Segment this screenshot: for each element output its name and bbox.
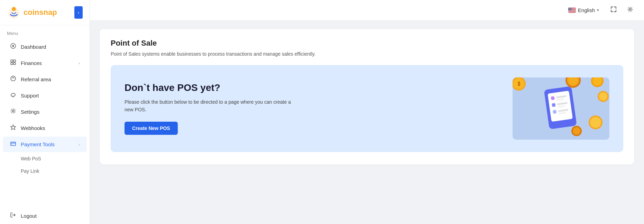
sidebar-item-webhooks[interactable]: Webhooks xyxy=(3,120,87,136)
sidebar-item-dashboard-label: Dashboard xyxy=(21,44,46,50)
finances-chevron-icon: › xyxy=(79,61,80,66)
svg-rect-45 xyxy=(552,103,555,107)
sidebar-item-logout[interactable]: Logout xyxy=(3,208,87,224)
svg-rect-48 xyxy=(553,110,556,114)
svg-point-10 xyxy=(12,144,12,145)
menu-label: Menu xyxy=(0,25,90,39)
payment-tools-icon xyxy=(10,140,17,148)
pos-banner-title: Don`t have POS yet? xyxy=(125,82,297,93)
sidebar-item-settings[interactable]: Settings xyxy=(3,104,87,120)
svg-point-34 xyxy=(569,9,569,10)
sidebar-item-finances-label: Finances xyxy=(21,60,42,66)
pos-banner: Don`t have POS yet? Please click the but… xyxy=(111,65,623,152)
pos-banner-description: Please click the button below to be dire… xyxy=(125,98,297,114)
svg-point-29 xyxy=(569,9,569,9)
sidebar-item-support-label: Support xyxy=(21,93,39,99)
sidebar-item-logout-label: Logout xyxy=(21,213,37,219)
svg-point-62 xyxy=(590,117,601,128)
page-title: Point of Sale xyxy=(111,39,623,48)
svg-point-38 xyxy=(629,9,631,10)
logout-icon xyxy=(10,212,17,220)
svg-point-26 xyxy=(570,8,570,9)
svg-point-57 xyxy=(599,92,607,101)
svg-point-27 xyxy=(570,8,570,9)
coinsnap-logo-icon xyxy=(7,6,21,19)
page-card: Point of Sale Point of Sales systems ena… xyxy=(100,29,634,165)
language-selector[interactable]: English ▾ xyxy=(565,5,602,15)
svg-rect-15 xyxy=(568,10,576,11)
svg-point-35 xyxy=(569,9,570,10)
svg-rect-42 xyxy=(551,96,555,100)
language-chevron-icon: ▾ xyxy=(597,8,599,12)
page-description: Point of Sales systems enable businesses… xyxy=(111,51,623,57)
sidebar-item-web-pos[interactable]: Web PoS xyxy=(3,153,87,165)
svg-point-30 xyxy=(569,9,569,9)
sidebar-item-webhooks-label: Webhooks xyxy=(21,125,45,131)
language-label: English xyxy=(578,7,595,13)
svg-point-1 xyxy=(12,7,16,11)
sidebar-item-finances[interactable]: Finances › xyxy=(3,55,87,71)
flag-icon xyxy=(568,8,576,13)
finances-icon xyxy=(10,59,17,67)
referral-icon xyxy=(10,75,17,83)
header: English ▾ xyxy=(90,0,644,21)
dashboard-icon xyxy=(10,43,17,51)
svg-rect-4 xyxy=(11,60,13,62)
sidebar-item-payment-tools[interactable]: Payment Tools › xyxy=(3,137,87,152)
svg-point-36 xyxy=(570,9,570,10)
svg-point-28 xyxy=(571,8,571,9)
settings-icon xyxy=(10,108,17,116)
logo-text: coinsnap xyxy=(24,8,57,17)
sidebar-item-settings-label: Settings xyxy=(21,109,39,115)
svg-rect-5 xyxy=(13,60,16,62)
svg-point-9 xyxy=(12,110,14,112)
support-icon xyxy=(10,92,17,100)
svg-point-37 xyxy=(570,9,571,10)
pos-illustration: ₿ xyxy=(513,77,609,140)
sidebar-item-referral[interactable]: Referral area xyxy=(3,72,87,87)
svg-text:₿: ₿ xyxy=(518,81,520,86)
payment-tools-chevron-icon: › xyxy=(79,142,80,147)
sidebar-item-referral-label: Referral area xyxy=(21,76,51,82)
sidebar: coinsnap ‹ Menu Dashboard Finances › Ref… xyxy=(0,0,90,224)
svg-point-22 xyxy=(570,8,570,8)
svg-point-64 xyxy=(573,127,580,135)
svg-point-31 xyxy=(570,9,570,9)
svg-point-3 xyxy=(12,45,14,47)
sidebar-item-payment-tools-label: Payment Tools xyxy=(21,141,55,147)
sidebar-item-pay-link-label: Pay Link xyxy=(21,168,39,174)
svg-point-21 xyxy=(570,8,570,8)
svg-point-19 xyxy=(569,8,569,8)
svg-point-24 xyxy=(569,8,569,9)
main-area: English ▾ Point of Sale Point of Sales s… xyxy=(90,0,644,224)
svg-rect-7 xyxy=(13,63,16,65)
header-settings-button[interactable] xyxy=(625,4,636,17)
pos-banner-content: Don`t have POS yet? Please click the but… xyxy=(125,82,297,135)
sidebar-item-support[interactable]: Support xyxy=(3,88,87,103)
sidebar-item-dashboard[interactable]: Dashboard xyxy=(3,39,87,55)
expand-button[interactable] xyxy=(608,4,619,17)
create-pos-button[interactable]: Create New POS xyxy=(125,122,178,135)
svg-rect-16 xyxy=(568,11,576,11)
sidebar-item-web-pos-label: Web PoS xyxy=(21,156,41,161)
pos-coins-illustration: ₿ xyxy=(513,77,609,140)
svg-point-25 xyxy=(569,8,569,9)
svg-point-33 xyxy=(571,9,571,9)
page-content: Point of Sale Point of Sales systems ena… xyxy=(90,21,644,224)
sidebar-item-pay-link[interactable]: Pay Link xyxy=(3,165,87,177)
svg-rect-6 xyxy=(11,63,13,65)
svg-point-20 xyxy=(569,8,569,8)
sidebar-logo: coinsnap ‹ xyxy=(0,0,90,25)
svg-point-23 xyxy=(571,8,571,8)
sidebar-collapse-button[interactable]: ‹ xyxy=(74,6,83,19)
webhooks-icon xyxy=(10,124,17,132)
svg-point-32 xyxy=(570,9,570,9)
svg-rect-17 xyxy=(568,12,576,12)
svg-point-8 xyxy=(11,76,16,81)
